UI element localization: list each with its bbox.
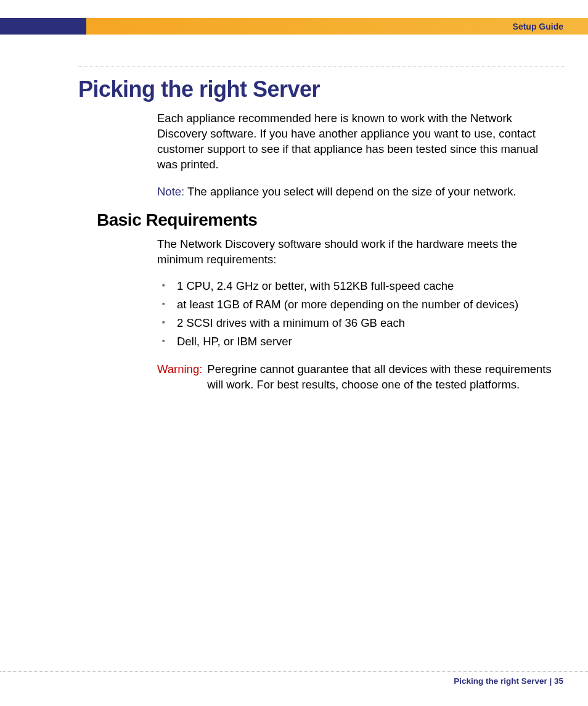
warning-text: Peregrine cannot guarantee that all devi… (207, 362, 552, 393)
footer-section: Picking the right Server (454, 676, 547, 686)
footer-divider (0, 671, 588, 672)
footer-text: Picking the right Server | 35 (454, 676, 563, 686)
section-intro: The Network Discovery software should wo… (157, 237, 545, 268)
note-label: Note: (157, 185, 184, 198)
title-divider (78, 67, 565, 67)
list-item: at least 1GB of RAM (or more depending o… (162, 297, 544, 313)
warning-label: Warning: (157, 362, 207, 393)
intro-paragraph: Each appliance recommended here is known… (157, 111, 545, 173)
note-text: The appliance you select will depend on … (187, 185, 517, 198)
warning-block: Warning: Peregrine cannot guarantee that… (157, 362, 552, 393)
section-heading: Basic Requirements (97, 210, 257, 230)
list-item: Dell, HP, or IBM server (162, 334, 544, 350)
footer-page: 35 (554, 676, 563, 686)
header-accent-block (0, 18, 86, 35)
header-bar: Setup Guide (0, 18, 588, 35)
list-item: 2 SCSI drives with a minimum of 36 GB ea… (162, 316, 544, 331)
header-guide-label: Setup Guide (513, 22, 563, 31)
header-title-block: Setup Guide (86, 18, 588, 35)
list-item: 1 CPU, 2.4 GHz or better, with 512KB ful… (162, 279, 544, 294)
note-block: Note: The appliance you select will depe… (157, 184, 545, 200)
requirements-list: 1 CPU, 2.4 GHz or better, with 512KB ful… (162, 279, 544, 353)
footer-separator: | (547, 676, 554, 686)
page-title: Picking the right Server (78, 76, 320, 102)
